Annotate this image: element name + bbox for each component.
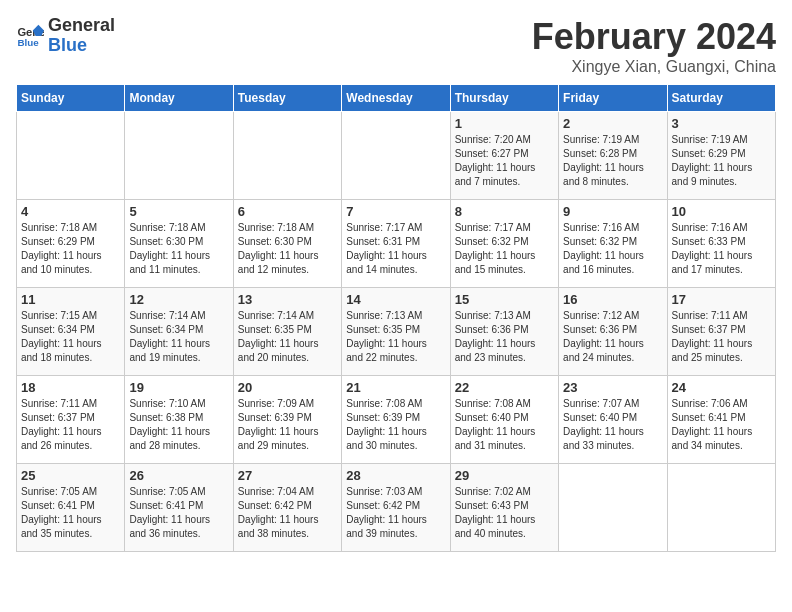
header-sunday: Sunday	[17, 85, 125, 112]
page-header: General Blue General Blue February 2024 …	[16, 16, 776, 76]
calendar-cell: 29Sunrise: 7:02 AM Sunset: 6:43 PM Dayli…	[450, 464, 558, 552]
calendar-cell: 3Sunrise: 7:19 AM Sunset: 6:29 PM Daylig…	[667, 112, 775, 200]
calendar-cell: 16Sunrise: 7:12 AM Sunset: 6:36 PM Dayli…	[559, 288, 667, 376]
calendar-cell: 12Sunrise: 7:14 AM Sunset: 6:34 PM Dayli…	[125, 288, 233, 376]
logo-general: General	[48, 16, 115, 36]
day-number: 13	[238, 292, 337, 307]
day-number: 24	[672, 380, 771, 395]
day-number: 19	[129, 380, 228, 395]
calendar-cell: 20Sunrise: 7:09 AM Sunset: 6:39 PM Dayli…	[233, 376, 341, 464]
day-info: Sunrise: 7:05 AM Sunset: 6:41 PM Dayligh…	[21, 485, 120, 541]
header-saturday: Saturday	[667, 85, 775, 112]
calendar-cell: 2Sunrise: 7:19 AM Sunset: 6:28 PM Daylig…	[559, 112, 667, 200]
day-number: 11	[21, 292, 120, 307]
day-number: 22	[455, 380, 554, 395]
day-number: 15	[455, 292, 554, 307]
day-info: Sunrise: 7:16 AM Sunset: 6:33 PM Dayligh…	[672, 221, 771, 277]
calendar-cell: 14Sunrise: 7:13 AM Sunset: 6:35 PM Dayli…	[342, 288, 450, 376]
calendar-cell: 17Sunrise: 7:11 AM Sunset: 6:37 PM Dayli…	[667, 288, 775, 376]
day-info: Sunrise: 7:18 AM Sunset: 6:30 PM Dayligh…	[129, 221, 228, 277]
calendar-cell: 23Sunrise: 7:07 AM Sunset: 6:40 PM Dayli…	[559, 376, 667, 464]
calendar-cell: 15Sunrise: 7:13 AM Sunset: 6:36 PM Dayli…	[450, 288, 558, 376]
calendar-week-4: 18Sunrise: 7:11 AM Sunset: 6:37 PM Dayli…	[17, 376, 776, 464]
day-info: Sunrise: 7:11 AM Sunset: 6:37 PM Dayligh…	[672, 309, 771, 365]
title-block: February 2024 Xingye Xian, Guangxi, Chin…	[532, 16, 776, 76]
day-info: Sunrise: 7:19 AM Sunset: 6:28 PM Dayligh…	[563, 133, 662, 189]
day-number: 7	[346, 204, 445, 219]
calendar-week-5: 25Sunrise: 7:05 AM Sunset: 6:41 PM Dayli…	[17, 464, 776, 552]
day-number: 2	[563, 116, 662, 131]
calendar-cell: 6Sunrise: 7:18 AM Sunset: 6:30 PM Daylig…	[233, 200, 341, 288]
calendar-subtitle: Xingye Xian, Guangxi, China	[532, 58, 776, 76]
day-info: Sunrise: 7:17 AM Sunset: 6:32 PM Dayligh…	[455, 221, 554, 277]
day-number: 20	[238, 380, 337, 395]
header-wednesday: Wednesday	[342, 85, 450, 112]
calendar-cell: 26Sunrise: 7:05 AM Sunset: 6:41 PM Dayli…	[125, 464, 233, 552]
calendar-cell	[667, 464, 775, 552]
day-number: 9	[563, 204, 662, 219]
calendar-cell	[559, 464, 667, 552]
header-friday: Friday	[559, 85, 667, 112]
day-number: 6	[238, 204, 337, 219]
day-info: Sunrise: 7:05 AM Sunset: 6:41 PM Dayligh…	[129, 485, 228, 541]
day-info: Sunrise: 7:14 AM Sunset: 6:35 PM Dayligh…	[238, 309, 337, 365]
calendar-cell: 10Sunrise: 7:16 AM Sunset: 6:33 PM Dayli…	[667, 200, 775, 288]
calendar-cell: 8Sunrise: 7:17 AM Sunset: 6:32 PM Daylig…	[450, 200, 558, 288]
logo-icon: General Blue	[16, 22, 44, 50]
day-info: Sunrise: 7:18 AM Sunset: 6:30 PM Dayligh…	[238, 221, 337, 277]
day-info: Sunrise: 7:12 AM Sunset: 6:36 PM Dayligh…	[563, 309, 662, 365]
day-number: 14	[346, 292, 445, 307]
header-tuesday: Tuesday	[233, 85, 341, 112]
header-thursday: Thursday	[450, 85, 558, 112]
calendar-cell: 1Sunrise: 7:20 AM Sunset: 6:27 PM Daylig…	[450, 112, 558, 200]
day-info: Sunrise: 7:13 AM Sunset: 6:35 PM Dayligh…	[346, 309, 445, 365]
day-number: 10	[672, 204, 771, 219]
day-number: 16	[563, 292, 662, 307]
logo-blue: Blue	[48, 36, 115, 56]
day-number: 21	[346, 380, 445, 395]
calendar-cell: 25Sunrise: 7:05 AM Sunset: 6:41 PM Dayli…	[17, 464, 125, 552]
calendar-week-3: 11Sunrise: 7:15 AM Sunset: 6:34 PM Dayli…	[17, 288, 776, 376]
calendar-cell: 4Sunrise: 7:18 AM Sunset: 6:29 PM Daylig…	[17, 200, 125, 288]
logo: General Blue General Blue	[16, 16, 115, 56]
day-number: 18	[21, 380, 120, 395]
calendar-cell: 24Sunrise: 7:06 AM Sunset: 6:41 PM Dayli…	[667, 376, 775, 464]
day-number: 29	[455, 468, 554, 483]
day-number: 17	[672, 292, 771, 307]
day-info: Sunrise: 7:07 AM Sunset: 6:40 PM Dayligh…	[563, 397, 662, 453]
svg-text:Blue: Blue	[17, 37, 39, 48]
calendar-table: SundayMondayTuesdayWednesdayThursdayFrid…	[16, 84, 776, 552]
calendar-header-row: SundayMondayTuesdayWednesdayThursdayFrid…	[17, 85, 776, 112]
calendar-cell: 19Sunrise: 7:10 AM Sunset: 6:38 PM Dayli…	[125, 376, 233, 464]
day-info: Sunrise: 7:15 AM Sunset: 6:34 PM Dayligh…	[21, 309, 120, 365]
day-info: Sunrise: 7:18 AM Sunset: 6:29 PM Dayligh…	[21, 221, 120, 277]
day-number: 28	[346, 468, 445, 483]
day-info: Sunrise: 7:17 AM Sunset: 6:31 PM Dayligh…	[346, 221, 445, 277]
calendar-title: February 2024	[532, 16, 776, 58]
day-info: Sunrise: 7:04 AM Sunset: 6:42 PM Dayligh…	[238, 485, 337, 541]
day-info: Sunrise: 7:10 AM Sunset: 6:38 PM Dayligh…	[129, 397, 228, 453]
day-number: 23	[563, 380, 662, 395]
calendar-cell: 5Sunrise: 7:18 AM Sunset: 6:30 PM Daylig…	[125, 200, 233, 288]
calendar-cell	[342, 112, 450, 200]
day-number: 1	[455, 116, 554, 131]
day-info: Sunrise: 7:16 AM Sunset: 6:32 PM Dayligh…	[563, 221, 662, 277]
calendar-week-2: 4Sunrise: 7:18 AM Sunset: 6:29 PM Daylig…	[17, 200, 776, 288]
day-number: 8	[455, 204, 554, 219]
calendar-cell	[17, 112, 125, 200]
calendar-cell: 18Sunrise: 7:11 AM Sunset: 6:37 PM Dayli…	[17, 376, 125, 464]
day-info: Sunrise: 7:08 AM Sunset: 6:40 PM Dayligh…	[455, 397, 554, 453]
day-number: 12	[129, 292, 228, 307]
day-info: Sunrise: 7:19 AM Sunset: 6:29 PM Dayligh…	[672, 133, 771, 189]
day-number: 25	[21, 468, 120, 483]
day-number: 5	[129, 204, 228, 219]
calendar-cell	[125, 112, 233, 200]
calendar-cell: 9Sunrise: 7:16 AM Sunset: 6:32 PM Daylig…	[559, 200, 667, 288]
day-info: Sunrise: 7:09 AM Sunset: 6:39 PM Dayligh…	[238, 397, 337, 453]
calendar-cell: 11Sunrise: 7:15 AM Sunset: 6:34 PM Dayli…	[17, 288, 125, 376]
calendar-cell	[233, 112, 341, 200]
day-info: Sunrise: 7:03 AM Sunset: 6:42 PM Dayligh…	[346, 485, 445, 541]
day-number: 4	[21, 204, 120, 219]
day-info: Sunrise: 7:11 AM Sunset: 6:37 PM Dayligh…	[21, 397, 120, 453]
day-number: 3	[672, 116, 771, 131]
